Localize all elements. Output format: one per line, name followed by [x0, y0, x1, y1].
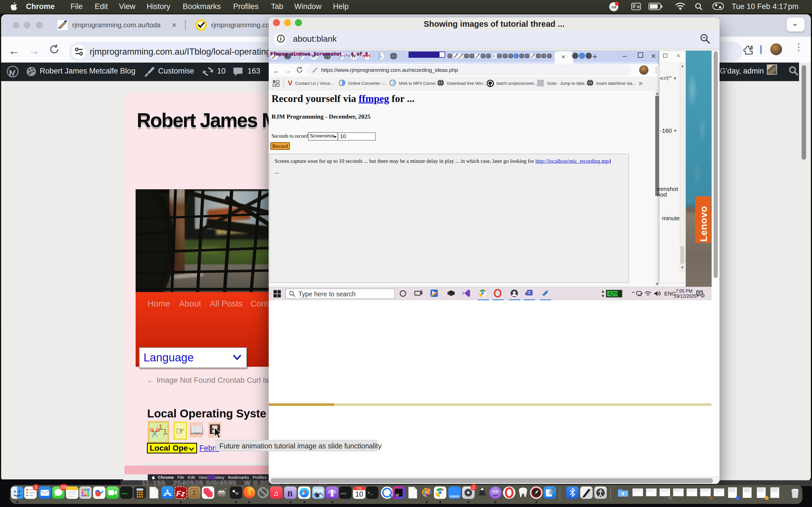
svg-text:⌘: ⌘: [637, 5, 640, 9]
svg-text:tv: tv: [236, 491, 239, 496]
svg-text:C: C: [515, 54, 517, 58]
svg-text:G: G: [492, 54, 495, 58]
svg-text:6: 6: [702, 294, 704, 297]
svg-text:T: T: [528, 290, 530, 295]
svg-text:mk: mk: [611, 5, 617, 9]
